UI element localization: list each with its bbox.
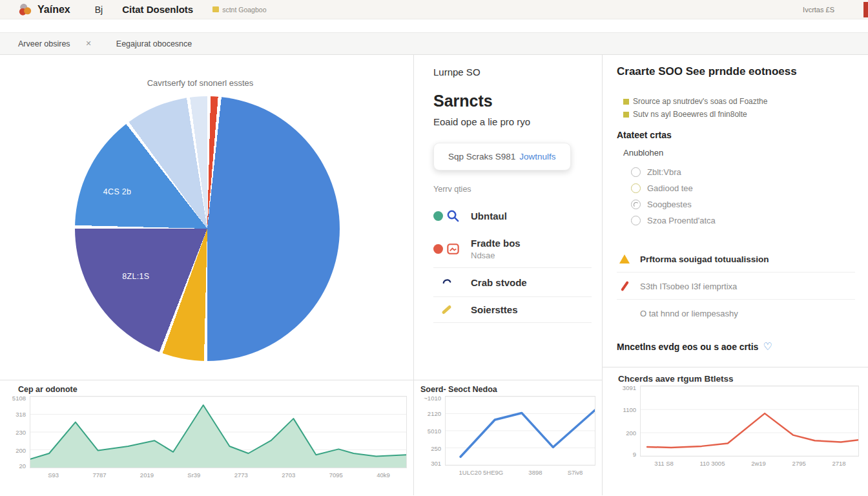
x-tick-label: Sr39 <box>187 471 200 479</box>
radio-option[interactable]: Zblt:Vbra <box>631 164 855 180</box>
x-tick-label: S7iv8 <box>568 469 583 476</box>
alert-note-row[interactable]: S3th ITsobeo I3f iemprtixa <box>617 273 855 300</box>
x-tick-label: 2019 <box>140 471 154 479</box>
x-tick-label: 2718 <box>832 460 845 467</box>
area-chart-title: Cep ar odonote <box>18 385 407 394</box>
alert-plain-row[interactable]: O tat hnnd or liempesashy <box>617 300 855 326</box>
list-item-text: Ubntaul <box>471 211 507 222</box>
tab-close-icon[interactable]: ✕ <box>86 39 92 48</box>
bullet-text: Srource ap snutrdev's soas od Foazthe <box>633 95 767 108</box>
alerts-list: Prftorma souigad totuualission S3th ITso… <box>617 247 855 326</box>
logo[interactable]: Yaínex <box>18 3 70 17</box>
area-chart-plot <box>30 396 407 468</box>
frame-icon <box>433 242 463 256</box>
y-tick-label: 5108 <box>12 395 26 402</box>
y-tick-label: 250 <box>431 445 441 452</box>
section-label: Yerrv qties <box>433 185 592 194</box>
area-chart-y-axis: 510831823020020 <box>5 396 30 468</box>
line-chart-title: Soerd- Seoct Nedoa <box>420 385 595 394</box>
pie-slice-label: 4CS 2b <box>103 187 132 196</box>
y-tick-label: 3091 <box>623 384 636 391</box>
tab-active[interactable]: Arveer obsires <box>18 39 70 48</box>
list-item-frame[interactable]: Fradte bosNdsae <box>433 231 592 267</box>
logo-text: Yaínex <box>37 4 70 16</box>
heart-icon[interactable]: ♡ <box>763 340 772 353</box>
x-tick-label: 2703 <box>282 471 295 479</box>
line-chart-plot <box>445 396 595 466</box>
radio-icon[interactable] <box>631 200 641 209</box>
trend-chart-title: Chcerds aave rtgum Btletss <box>618 374 859 384</box>
list-item-label: Fradte bos <box>471 238 521 249</box>
line-chart-panel: Soerd- Seoct Nedoa ~101021205010250301 1… <box>414 380 602 495</box>
pie-chart-title: Cavrtserfy tof snonerl esstes <box>0 78 400 88</box>
settings-footer-text: Mncetlns evdg eos ou s aoe crtis <box>617 342 758 352</box>
radio-label: Szoa Proentd'atca <box>647 216 716 225</box>
search-card-button[interactable]: Sqp Scraks S981 Jowtnulfs <box>433 143 571 170</box>
arc-icon <box>441 275 453 289</box>
detail-panel: Lurnpe SO Sarncts Eoaid ope a lie pro ry… <box>414 55 602 380</box>
x-tick-label: 2795 <box>792 460 806 467</box>
list-item-arc[interactable]: Crab stvode <box>433 267 592 296</box>
x-tick-label: 7787 <box>92 471 106 479</box>
tab-second[interactable]: Eegajurat obocesnce <box>116 39 192 48</box>
pie-chart[interactable]: 4CS 2b8ZL:1S <box>75 96 340 361</box>
detail-subheading: Eoaid ope a lie pro ryo <box>433 116 592 127</box>
pie-slice-label: 8ZL:1S <box>122 272 149 281</box>
arc-icon <box>433 275 463 289</box>
alert-note-text: S3th ITsobeo I3f iemprtixa <box>640 280 737 291</box>
y-tick-label: 5010 <box>428 428 441 435</box>
x-tick-label: 2w19 <box>751 460 766 467</box>
header-title: Citat Dosenlots <box>122 4 193 15</box>
settings-heading: Craarte SOO See prndde eotnoess <box>617 65 855 78</box>
radio-option[interactable]: Szoa Proentd'atca <box>631 212 855 229</box>
bullet-square-icon <box>623 99 629 105</box>
list-item-label: Soiersttes <box>471 304 518 315</box>
area-chart-x-axis: S9377872019Sr3927732703709540k9 <box>31 471 407 479</box>
list-item-label: Crab stvode <box>471 277 527 288</box>
settings-subheading: Atateet crtas <box>617 130 855 140</box>
list-item-slash[interactable]: Soiersttes <box>433 296 592 323</box>
bullet-list: Srource ap snutrdev's soas od FoaztheSut… <box>623 95 855 121</box>
x-tick-label: 110 3005 <box>700 460 725 467</box>
slash-icon <box>433 308 463 311</box>
header-badge[interactable]: sctnt Goagboo <box>212 6 266 14</box>
list-item-search[interactable]: Ubntaul <box>433 202 592 231</box>
search-icon <box>433 209 463 223</box>
settings-footer: Mncetlns evdg eos ou s aoe crtis ♡ <box>617 340 855 353</box>
app-header: Yaínex Bj Citat Dosenlots sctnt Goagboo … <box>0 0 868 19</box>
trend-chart-panel: Chcerds aave rtgum Btletss 309111002009 … <box>603 367 868 495</box>
alert-warning-text: Prftorma souigad totuualission <box>640 254 769 264</box>
header-spacer <box>0 19 868 32</box>
list-item-text: Fradte bosNdsae <box>471 238 521 260</box>
list-item-text: Soiersttes <box>471 304 518 315</box>
main-content: Cavrtserfy tof snonerl esstes 4CS 2b8ZL:… <box>0 55 868 495</box>
radio-option[interactable]: Soogbestes <box>631 196 855 212</box>
bullet-item: Sutv ns ayl Boeewres dl fnin8olte <box>623 108 855 121</box>
line-chart-y-axis: ~101021205010250301 <box>419 396 445 466</box>
radio-icon[interactable] <box>631 183 641 193</box>
header-menu-item[interactable]: Bj <box>95 5 103 15</box>
alert-warning-row[interactable]: Prftorma souigad totuualission <box>617 247 855 273</box>
bullet-square-icon <box>623 112 629 118</box>
pie-column: Cavrtserfy tof snonerl esstes 4CS 2b8ZL:… <box>0 55 414 495</box>
badge-square-icon <box>212 6 219 12</box>
list-item-label: Ubntaul <box>471 211 507 222</box>
area-chart-panel: Cep ar odonote 510831823020020 S93778720… <box>0 380 413 495</box>
radio-icon[interactable] <box>631 167 641 177</box>
search-card-link[interactable]: Jowtnulfs <box>519 152 555 161</box>
radio-icon[interactable] <box>631 216 641 225</box>
trend-chart-y-axis: 309111002009 <box>618 386 640 457</box>
tab-bar: Arveer obsires ✕ Eegajurat obocesnce <box>0 32 868 55</box>
y-tick-label: 9 <box>633 451 636 458</box>
x-tick-label: 1ULC20 5HE9G <box>459 469 504 476</box>
settings-panel: Craarte SOO See prndde eotnoess Srource … <box>603 55 868 367</box>
y-tick-label: ~1010 <box>424 395 441 402</box>
x-tick-label: 7095 <box>329 471 343 479</box>
header-right-label[interactable]: Ivcrtas £S <box>803 6 834 14</box>
radio-option[interactable]: Gadiood tee <box>631 180 855 196</box>
badge-label: sctnt Goagboo <box>222 6 266 14</box>
list-item-sublabel: Ndsae <box>471 251 521 260</box>
y-tick-label: 200 <box>16 447 26 454</box>
detail-kicker: Lurnpe SO <box>433 67 592 78</box>
detail-heading: Sarncts <box>433 92 592 110</box>
